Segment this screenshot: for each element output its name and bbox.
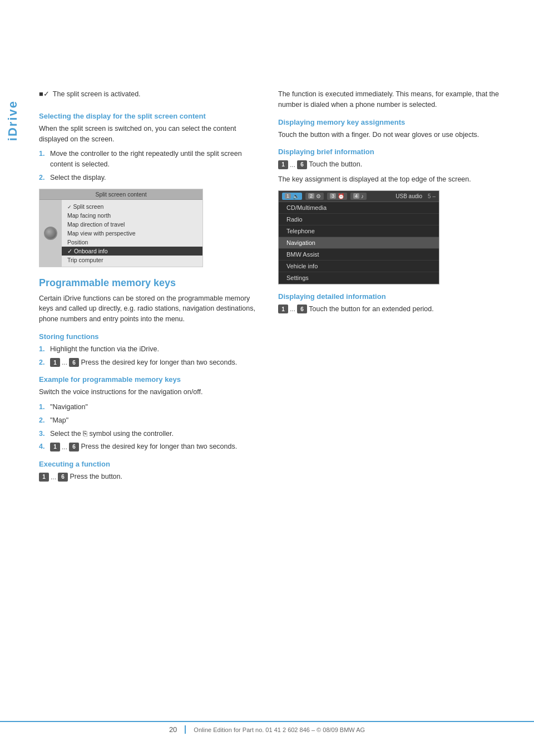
key-badges: 1 ... 6 [50,357,79,367]
page-number: 20 [169,725,186,734]
dots-separator: ... [51,472,56,482]
step-text: Select the display. [50,173,106,183]
step-num: 3. [39,429,47,439]
step-num: 1. [39,149,47,159]
brief-body: 1 ... 6 Touch the button. [278,159,506,170]
controller-knob [44,227,57,240]
key-1-badge: 1 [278,160,288,169]
step-text: "Map" [50,415,68,426]
footer-text: Online Edition for Part no. 01 41 2 602 … [194,726,365,733]
key-6-badge: 6 [297,160,307,169]
tab-num: 2 [308,193,314,199]
page-footer: 20 Online Edition for Part no. 01 41 2 6… [0,721,534,734]
split-screen-screenshot: Split screen content Split screen Map fa… [39,189,203,267]
menu-item-split-screen: Split screen [62,202,202,211]
nav-tab-1: 1 🔈 [282,193,302,200]
left-column: ■✓ The split screen is activated. Select… [39,89,273,487]
tab-num: 1 [285,193,291,199]
dots-separator: ... [290,304,295,314]
example-body: Switch the voice instructions for the na… [39,387,256,397]
executing-heading: Executing a function [39,460,256,468]
sidebar-label: iDrive [6,100,20,141]
step-num: 2. [39,415,47,426]
nav-tab-4: 4 ♪ [350,193,367,200]
key-6-badge: 6 [297,305,307,313]
key-6-badge: 6 [58,473,68,482]
nav-menu-item-cd: CD/Multimedia [279,202,439,214]
nav-top-bar: 1 🔈 2 ⚙ 3 ⏰ 4 ♪ USB audio 5 – [279,191,439,202]
nav-menu-item-radio: Radio [279,214,439,225]
key-badges: 1 ... 6 [39,472,68,482]
step-num: 1. [39,344,47,355]
nav-menu: CD/Multimedia Radio Telephone Navigation… [279,202,439,284]
tab-icon: 🔈 [293,193,299,199]
example-steps-list: 1. "Navigation" 2. "Map" 3. Select the ⎘… [39,402,256,452]
detailed-body: 1 ... 6 Touch the button for an extended… [278,304,506,315]
nav-usb-label: USB audio [395,193,422,199]
detailed-heading: Displaying detailed information [278,292,506,301]
memory-body: Touch the button with a finger. Do not w… [278,130,506,140]
list-item: 3. Select the ⎘ symbol using the control… [39,429,256,439]
key-1-badge: 1 [50,358,60,367]
list-item: 2. "Map" [39,415,256,426]
brief-body2: The key assignment is displayed at the t… [278,174,506,185]
screenshot-title: Split screen content [39,189,202,200]
storing-heading: Storing functions [39,332,256,341]
prog-heading: Programmable memory keys [39,277,256,289]
tab-icon: ⏰ [338,193,344,199]
list-item: 2. 1 ... 6 Press the desired key for lon… [39,357,256,368]
nav-menu-item-bmw: BMW Assist [279,249,439,261]
step-text: Move the controller to the right repeate… [50,149,256,170]
checkmark-line: ■✓ The split screen is activated. [39,89,256,104]
nav-tab-2: 2 ⚙ [305,193,324,200]
menu-item-position: Position [62,238,202,247]
dots-separator: ... [290,160,295,170]
list-item: 2. Select the display. [39,173,256,183]
right-column: The function is executed immediately. Th… [273,89,506,487]
key-6-badge: 6 [69,358,79,367]
step-num: 4. [39,441,47,452]
key-1-badge: 1 [278,305,288,313]
key-badges: 1 ... 6 [50,442,79,452]
menu-item-map-direction: Map direction of travel [62,220,202,229]
list-item: 4. 1 ... 6 Press the desired key for lon… [39,441,256,452]
nav-page-num: 5 – [428,193,436,199]
executing-body: 1 ... 6 Press the button. [39,472,256,482]
menu-item-map-north: Map facing north [62,211,202,220]
prog-body: Certain iDrive functions can be stored o… [39,293,256,325]
nav-menu-item-telephone: Telephone [279,225,439,237]
checkmark-icon: ■✓ [39,90,50,98]
nav-tab-3: 3 ⏰ [327,193,347,200]
key-badges: 1 ... 6 [278,304,307,314]
step-text: Highlight the function via the iDrive. [50,344,159,355]
brief-heading: Displaying brief information [278,148,506,156]
key-1-badge: 1 [39,473,49,482]
nav-menu-item-settings: Settings [279,272,439,284]
list-item: 1. Move the controller to the right repe… [39,149,256,170]
key-6-badge: 6 [69,443,79,451]
menu-item-onboard: ✓ Onboard info [62,247,202,256]
screenshot-menu: Split screen Map facing north Map direct… [62,200,202,267]
tab-num: 3 [330,193,336,199]
tab-icon: ♪ [361,193,364,199]
step-text: Select the ⎘ symbol using the controller… [50,429,174,439]
dots-separator: ... [62,357,67,367]
key-badges: 1 ... 6 [278,160,307,170]
menu-item-trip: Trip computer [62,256,202,264]
storing-steps-list: 1. Highlight the function via the iDrive… [39,344,256,368]
dots-separator: ... [62,442,67,452]
selecting-steps-list: 1. Move the controller to the right repe… [39,149,256,183]
list-item: 1. "Navigation" [39,402,256,413]
selecting-body: When the split screen is switched on, yo… [39,124,256,145]
split-screen-activated-text: The split screen is activated. [53,89,141,100]
screenshot-content: Split screen Map facing north Map direct… [39,200,202,267]
nav-menu-item-navigation: Navigation [279,237,439,249]
selecting-heading: Selecting the display for the split scre… [39,112,256,120]
menu-item-map-perspective: Map view with perspective [62,229,202,238]
step-text: 1 ... 6 Press the desired key for longer… [50,357,237,368]
step-text: "Navigation" [50,402,88,413]
step-text: 1 ... 6 Press the desired key for longer… [50,441,237,452]
func-exec-body: The function is executed immediately. Th… [278,89,506,110]
nav-menu-item-vehicle: Vehicle info [279,261,439,272]
step-num: 2. [39,173,47,183]
